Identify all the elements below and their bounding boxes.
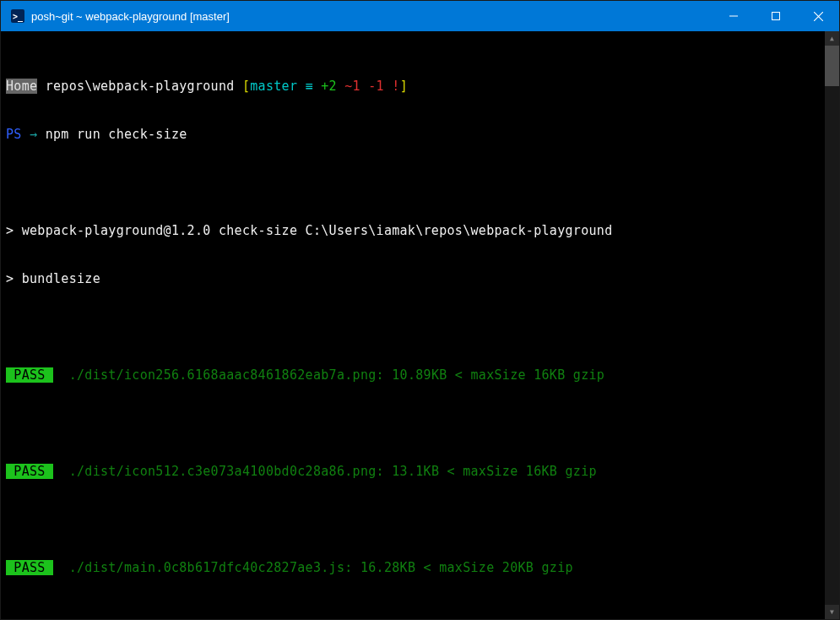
result-1: ./dist/icon256.6168aaac8461862eab7a.png:… bbox=[53, 367, 604, 383]
git-branch: master bbox=[250, 79, 297, 94]
command-text: npm run check-size bbox=[37, 127, 187, 142]
scroll-down-icon[interactable]: ▼ bbox=[825, 605, 839, 619]
scrollbar[interactable]: ▲ ▼ bbox=[825, 31, 839, 619]
npm-run-line-1: > webpack-playground@1.2.0 check-size C:… bbox=[6, 223, 834, 239]
ps-arrow: → bbox=[22, 127, 38, 142]
pass-badge: PASS bbox=[6, 464, 53, 479]
pass-badge: PASS bbox=[6, 560, 53, 575]
titlebar[interactable]: >_ posh~git ~ webpack-playground [master… bbox=[1, 1, 839, 31]
ps-label: PS bbox=[6, 127, 22, 142]
git-mod: ~1 bbox=[337, 79, 360, 94]
git-behind: -1 bbox=[360, 79, 384, 94]
terminal-body[interactable]: Home repos\webpack-playground [master ≡ … bbox=[1, 31, 839, 619]
scroll-up-icon[interactable]: ▲ bbox=[825, 31, 839, 46]
svg-rect-0 bbox=[772, 13, 780, 20]
pass-badge: PASS bbox=[6, 367, 53, 383]
maximize-button[interactable] bbox=[755, 1, 797, 31]
git-rbracket: ] bbox=[400, 79, 408, 94]
terminal-content: Home repos\webpack-playground [master ≡ … bbox=[6, 46, 834, 619]
git-bang: ! bbox=[384, 79, 400, 94]
close-button[interactable] bbox=[797, 1, 839, 31]
window-controls bbox=[713, 1, 839, 31]
prompt-path: repos\webpack-playground bbox=[37, 79, 242, 94]
minimize-button[interactable] bbox=[713, 1, 755, 31]
scroll-thumb[interactable] bbox=[825, 46, 839, 86]
powershell-icon: >_ bbox=[11, 9, 24, 23]
result-2: ./dist/icon512.c3e073a4100bd0c28a86.png:… bbox=[53, 464, 597, 479]
terminal-window: >_ posh~git ~ webpack-playground [master… bbox=[0, 0, 840, 620]
git-lbracket: [ bbox=[242, 79, 250, 94]
window-title: posh~git ~ webpack-playground [master] bbox=[31, 10, 713, 23]
git-ahead: +2 bbox=[313, 79, 337, 94]
git-equiv: ≡ bbox=[297, 79, 313, 94]
prompt-home: Home bbox=[6, 79, 37, 94]
npm-run-line-2: > bundlesize bbox=[6, 271, 834, 287]
result-3: ./dist/main.0c8b617dfc40c2827ae3.js: 16.… bbox=[53, 560, 573, 575]
